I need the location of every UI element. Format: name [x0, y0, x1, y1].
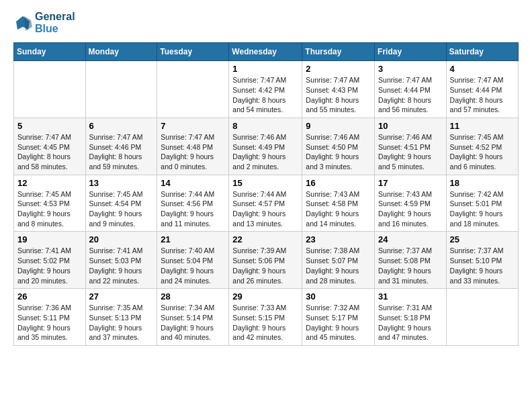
- calendar-cell: 3Sunrise: 7:47 AM Sunset: 4:44 PM Daylig…: [375, 61, 447, 118]
- calendar-cell: 1Sunrise: 7:47 AM Sunset: 4:42 PM Daylig…: [229, 61, 302, 118]
- day-info: Sunrise: 7:36 AM Sunset: 5:11 PM Dayligh…: [17, 303, 82, 342]
- day-info: Sunrise: 7:43 AM Sunset: 4:59 PM Dayligh…: [378, 189, 443, 229]
- day-info: Sunrise: 7:37 AM Sunset: 5:10 PM Dayligh…: [450, 246, 515, 285]
- calendar-cell: [85, 61, 157, 118]
- day-info: Sunrise: 7:47 AM Sunset: 4:42 PM Dayligh…: [232, 75, 298, 115]
- calendar-cell: 31Sunrise: 7:31 AM Sunset: 5:18 PM Dayli…: [375, 289, 447, 346]
- day-info: Sunrise: 7:47 AM Sunset: 4:43 PM Dayligh…: [306, 75, 371, 115]
- day-info: Sunrise: 7:34 AM Sunset: 5:14 PM Dayligh…: [161, 303, 225, 342]
- day-number: 11: [450, 121, 515, 131]
- day-info: Sunrise: 7:33 AM Sunset: 5:15 PM Dayligh…: [232, 303, 298, 342]
- calendar-cell: 10Sunrise: 7:46 AM Sunset: 4:51 PM Dayli…: [375, 118, 447, 175]
- calendar-cell: 13Sunrise: 7:45 AM Sunset: 4:54 PM Dayli…: [85, 175, 157, 232]
- day-number: 3: [378, 64, 443, 74]
- day-header-friday: Friday: [375, 43, 447, 61]
- day-number: 19: [17, 234, 82, 244]
- page: General Blue SundayMondayTuesdayWednesda…: [0, 0, 532, 357]
- calendar-cell: 27Sunrise: 7:35 AM Sunset: 5:13 PM Dayli…: [85, 289, 157, 346]
- header-row: SundayMondayTuesdayWednesdayThursdayFrid…: [14, 43, 519, 61]
- day-info: Sunrise: 7:31 AM Sunset: 5:18 PM Dayligh…: [378, 303, 443, 342]
- day-number: 20: [89, 234, 154, 244]
- day-header-wednesday: Wednesday: [229, 43, 302, 61]
- day-number: 9: [306, 121, 371, 131]
- week-row-4: 19Sunrise: 7:41 AM Sunset: 5:02 PM Dayli…: [14, 232, 519, 289]
- calendar-cell: [446, 289, 518, 346]
- day-number: 16: [306, 178, 371, 188]
- day-number: 13: [89, 178, 154, 188]
- day-info: Sunrise: 7:37 AM Sunset: 5:08 PM Dayligh…: [378, 246, 443, 285]
- week-row-5: 26Sunrise: 7:36 AM Sunset: 5:11 PM Dayli…: [14, 289, 519, 346]
- day-info: Sunrise: 7:47 AM Sunset: 4:46 PM Dayligh…: [89, 132, 154, 172]
- day-header-tuesday: Tuesday: [157, 43, 229, 61]
- logo-line2: Blue: [35, 23, 75, 35]
- logo-line1: General: [35, 11, 75, 23]
- day-number: 17: [378, 178, 443, 188]
- day-header-saturday: Saturday: [446, 43, 518, 61]
- logo: General Blue: [13, 11, 75, 34]
- day-number: 12: [17, 178, 82, 188]
- day-info: Sunrise: 7:45 AM Sunset: 4:53 PM Dayligh…: [17, 189, 82, 229]
- day-number: 4: [450, 64, 515, 74]
- calendar-cell: 7Sunrise: 7:47 AM Sunset: 4:48 PM Daylig…: [157, 118, 229, 175]
- day-number: 26: [17, 291, 82, 302]
- day-number: 22: [232, 234, 298, 244]
- day-header-sunday: Sunday: [14, 43, 86, 61]
- day-info: Sunrise: 7:47 AM Sunset: 4:45 PM Dayligh…: [17, 132, 82, 172]
- calendar-cell: 28Sunrise: 7:34 AM Sunset: 5:14 PM Dayli…: [157, 289, 229, 346]
- day-number: 10: [378, 121, 443, 131]
- calendar-cell: 2Sunrise: 7:47 AM Sunset: 4:43 PM Daylig…: [302, 61, 375, 118]
- day-number: 27: [89, 291, 154, 302]
- day-info: Sunrise: 7:41 AM Sunset: 5:03 PM Dayligh…: [89, 246, 154, 285]
- day-number: 28: [161, 291, 225, 302]
- calendar-cell: 20Sunrise: 7:41 AM Sunset: 5:03 PM Dayli…: [85, 232, 157, 289]
- day-info: Sunrise: 7:40 AM Sunset: 5:04 PM Dayligh…: [161, 246, 225, 285]
- calendar-cell: 24Sunrise: 7:37 AM Sunset: 5:08 PM Dayli…: [375, 232, 447, 289]
- day-number: 14: [161, 178, 225, 188]
- calendar-cell: 25Sunrise: 7:37 AM Sunset: 5:10 PM Dayli…: [446, 232, 518, 289]
- day-number: 31: [378, 291, 443, 302]
- header: General Blue: [13, 11, 519, 34]
- calendar-table: SundayMondayTuesdayWednesdayThursdayFrid…: [13, 42, 519, 346]
- day-info: Sunrise: 7:44 AM Sunset: 4:56 PM Dayligh…: [161, 189, 225, 229]
- day-number: 21: [161, 234, 225, 244]
- week-row-1: 1Sunrise: 7:47 AM Sunset: 4:42 PM Daylig…: [14, 61, 519, 118]
- calendar-cell: 5Sunrise: 7:47 AM Sunset: 4:45 PM Daylig…: [14, 118, 86, 175]
- day-number: 15: [232, 178, 298, 188]
- day-number: 30: [306, 291, 371, 302]
- day-info: Sunrise: 7:45 AM Sunset: 4:52 PM Dayligh…: [450, 132, 515, 172]
- calendar-cell: 11Sunrise: 7:45 AM Sunset: 4:52 PM Dayli…: [446, 118, 518, 175]
- day-info: Sunrise: 7:44 AM Sunset: 4:57 PM Dayligh…: [232, 189, 298, 229]
- day-number: 25: [450, 234, 515, 244]
- day-info: Sunrise: 7:42 AM Sunset: 5:01 PM Dayligh…: [450, 189, 515, 229]
- calendar-cell: 19Sunrise: 7:41 AM Sunset: 5:02 PM Dayli…: [14, 232, 86, 289]
- day-number: 24: [378, 234, 443, 244]
- day-info: Sunrise: 7:46 AM Sunset: 4:50 PM Dayligh…: [306, 132, 371, 172]
- logo-text: General Blue: [35, 11, 75, 34]
- calendar-cell: 9Sunrise: 7:46 AM Sunset: 4:50 PM Daylig…: [302, 118, 375, 175]
- day-info: Sunrise: 7:38 AM Sunset: 5:07 PM Dayligh…: [306, 246, 371, 285]
- calendar-cell: 22Sunrise: 7:39 AM Sunset: 5:06 PM Dayli…: [229, 232, 302, 289]
- day-number: 23: [306, 234, 371, 244]
- day-info: Sunrise: 7:47 AM Sunset: 4:48 PM Dayligh…: [161, 132, 225, 172]
- calendar-cell: 14Sunrise: 7:44 AM Sunset: 4:56 PM Dayli…: [157, 175, 229, 232]
- calendar-cell: 23Sunrise: 7:38 AM Sunset: 5:07 PM Dayli…: [302, 232, 375, 289]
- day-number: 5: [17, 121, 82, 131]
- day-info: Sunrise: 7:35 AM Sunset: 5:13 PM Dayligh…: [89, 303, 154, 342]
- day-number: 1: [232, 64, 298, 74]
- day-info: Sunrise: 7:46 AM Sunset: 4:49 PM Dayligh…: [232, 132, 298, 172]
- calendar-cell: 15Sunrise: 7:44 AM Sunset: 4:57 PM Dayli…: [229, 175, 302, 232]
- day-info: Sunrise: 7:32 AM Sunset: 5:17 PM Dayligh…: [306, 303, 371, 342]
- day-number: 18: [450, 178, 515, 188]
- day-info: Sunrise: 7:41 AM Sunset: 5:02 PM Dayligh…: [17, 246, 82, 285]
- day-info: Sunrise: 7:46 AM Sunset: 4:51 PM Dayligh…: [378, 132, 443, 172]
- calendar-cell: 21Sunrise: 7:40 AM Sunset: 5:04 PM Dayli…: [157, 232, 229, 289]
- day-info: Sunrise: 7:43 AM Sunset: 4:58 PM Dayligh…: [306, 189, 371, 229]
- week-row-2: 5Sunrise: 7:47 AM Sunset: 4:45 PM Daylig…: [14, 118, 519, 175]
- day-header-monday: Monday: [85, 43, 157, 61]
- day-number: 2: [306, 64, 371, 74]
- calendar-cell: 29Sunrise: 7:33 AM Sunset: 5:15 PM Dayli…: [229, 289, 302, 346]
- calendar-cell: [14, 61, 86, 118]
- logo-icon: [13, 13, 32, 32]
- day-info: Sunrise: 7:47 AM Sunset: 4:44 PM Dayligh…: [378, 75, 443, 115]
- day-number: 8: [232, 121, 298, 131]
